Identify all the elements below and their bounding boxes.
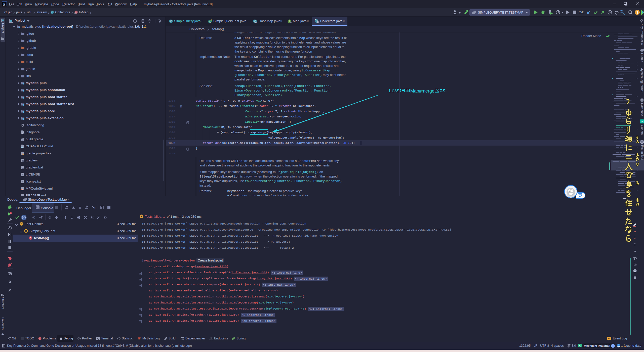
svg-text:IJ: IJ <box>4 3 6 5</box>
svg-text:C: C <box>51 11 53 14</box>
svg-text:C: C <box>209 20 211 23</box>
svg-text:a: a <box>34 216 35 217</box>
svg-text:9+: 9+ <box>608 337 610 340</box>
svg-text:I: I <box>94 207 96 209</box>
svg-text:<>: <> <box>21 189 23 190</box>
svg-text:MD: MD <box>21 147 23 148</box>
svg-text:z: z <box>34 217 35 219</box>
svg-text:9: 9 <box>10 212 11 214</box>
svg-text:I: I <box>289 20 290 23</box>
svg-text:C: C <box>170 20 172 23</box>
svg-text:A: A <box>623 12 625 15</box>
